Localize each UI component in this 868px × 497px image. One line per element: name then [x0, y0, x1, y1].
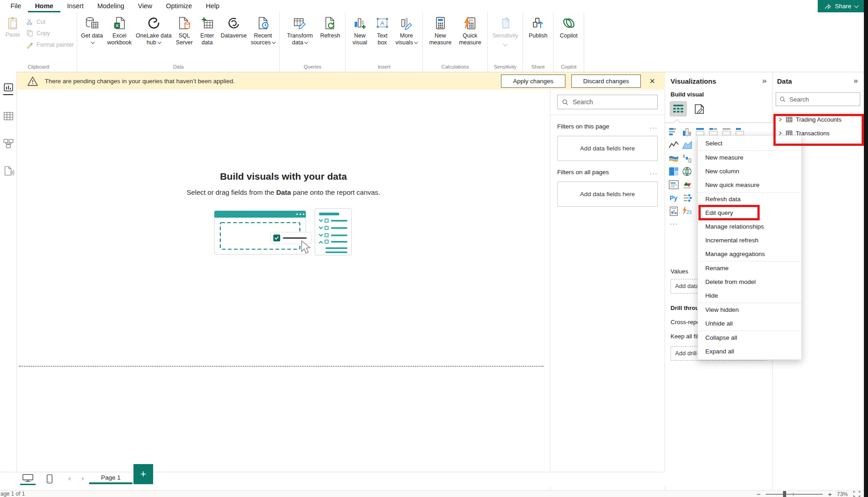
- filters-page-dropzone[interactable]: Add data fields here: [557, 136, 658, 161]
- dax-query-view-icon: [3, 166, 14, 176]
- menu-item-incremental-refresh[interactable]: Incremental refresh: [698, 234, 801, 247]
- apply-changes-button[interactable]: Apply changes: [501, 75, 565, 88]
- menu-home[interactable]: Home: [28, 0, 60, 12]
- column-chart-icon[interactable]: [682, 127, 693, 138]
- menu-insert[interactable]: Insert: [60, 0, 91, 12]
- ribbon-chart-icon[interactable]: [669, 153, 680, 164]
- menu-item-expand-all[interactable]: Expand all: [698, 345, 801, 358]
- zoom-slider[interactable]: [766, 494, 823, 495]
- cut-button[interactable]: Cut: [26, 17, 74, 27]
- menu-item-unhide-all[interactable]: Unhide all: [698, 317, 801, 331]
- menu-item-manage-aggregations[interactable]: Manage aggregations: [698, 247, 801, 261]
- share-button[interactable]: Share: [818, 0, 864, 12]
- report-view-active-indicator: [3, 94, 13, 95]
- close-banner-icon[interactable]: ×: [647, 76, 658, 86]
- filters-on-all-pages-label: Filters on all pages: [557, 169, 609, 176]
- refresh-button[interactable]: Refresh: [318, 14, 342, 39]
- annotation-box-edit-query: [698, 205, 760, 220]
- onelake-data-hub-button[interactable]: OneLake data hub: [135, 14, 172, 46]
- add-page-button[interactable]: +: [133, 464, 153, 484]
- mobile-layout-button[interactable]: [46, 474, 53, 484]
- menu-item-collapse-all[interactable]: Collapse all: [698, 331, 801, 345]
- menu-item-new-quick-measure[interactable]: New quick measure: [698, 178, 801, 192]
- filters-page-more-icon[interactable]: ...: [650, 123, 658, 130]
- data-search-input[interactable]: Search: [776, 92, 860, 106]
- new-visual-button[interactable]: New visual: [349, 14, 371, 46]
- sensitivity-chevron-icon: [503, 42, 507, 46]
- collapse-visualizations-icon[interactable]: »: [762, 76, 767, 86]
- q-and-a-icon[interactable]: 23: [682, 206, 693, 217]
- enter-data-label: Enter data: [197, 32, 218, 46]
- format-painter-button[interactable]: Format painter: [26, 40, 74, 49]
- menu-item-refresh-data[interactable]: Refresh data: [698, 192, 801, 206]
- model-view-button[interactable]: [0, 133, 16, 154]
- table-view-button[interactable]: [0, 106, 16, 127]
- publish-button[interactable]: Publish: [526, 14, 550, 39]
- menu-item-hide[interactable]: Hide: [698, 289, 801, 303]
- discard-changes-button[interactable]: Discard changes: [571, 75, 641, 88]
- sensitivity-button[interactable]: Sensitivity: [491, 14, 519, 46]
- filters-all-dropzone[interactable]: Add data fields here: [557, 182, 658, 207]
- copilot-button[interactable]: Copilot: [557, 14, 580, 39]
- text-box-label: Text box: [372, 32, 392, 46]
- new-measure-icon: [433, 16, 447, 30]
- menu-file[interactable]: File: [4, 0, 28, 12]
- zoom-in-button[interactable]: +: [828, 491, 832, 497]
- kpi-icon[interactable]: [682, 180, 693, 191]
- filters-search-input[interactable]: Search: [557, 95, 658, 109]
- sql-server-button[interactable]: SQL Server: [173, 14, 195, 46]
- zoom-out-button[interactable]: −: [756, 491, 761, 497]
- menu-help[interactable]: Help: [199, 0, 226, 12]
- ribbon-group-share: Publish Share: [523, 12, 554, 72]
- decomposition-tree-icon[interactable]: [682, 193, 693, 204]
- zoom-slider-handle[interactable]: [783, 491, 786, 497]
- paste-button[interactable]: Paste: [3, 14, 22, 38]
- transform-data-button[interactable]: Transform data: [283, 14, 317, 46]
- build-visual-tab[interactable]: [670, 101, 687, 117]
- more-visual-options-icon[interactable]: ···: [670, 219, 681, 230]
- menu-modeling[interactable]: Modeling: [91, 0, 131, 12]
- menu-item-rename[interactable]: Rename: [698, 262, 801, 275]
- multi-row-card-icon[interactable]: [669, 180, 680, 191]
- text-box-button[interactable]: A Text box: [372, 14, 392, 46]
- fit-to-page-button[interactable]: [853, 491, 861, 497]
- clipboard-group-label: Clipboard: [3, 62, 74, 72]
- report-view-button[interactable]: [0, 78, 16, 99]
- previous-page-icon[interactable]: [67, 476, 71, 481]
- map-icon[interactable]: [682, 166, 693, 177]
- new-measure-button[interactable]: New measure: [426, 14, 454, 46]
- more-visuals-button[interactable]: More visuals: [394, 14, 419, 46]
- menu-view[interactable]: View: [131, 0, 159, 12]
- menu-item-view-hidden[interactable]: View hidden: [698, 303, 801, 317]
- collapse-data-pane-icon[interactable]: »: [854, 76, 858, 86]
- next-page-icon[interactable]: [81, 476, 85, 481]
- get-data-button[interactable]: Get data: [80, 14, 103, 46]
- area-chart-icon[interactable]: [682, 140, 693, 151]
- menu-item-manage-relationships[interactable]: Manage relationships: [698, 220, 801, 234]
- menu-optimize[interactable]: Optimize: [159, 0, 199, 12]
- dataverse-button[interactable]: Dataverse: [219, 14, 248, 39]
- enter-data-button[interactable]: Enter data: [197, 14, 218, 46]
- desktop-layout-button[interactable]: [20, 474, 36, 485]
- menu-item-new-column[interactable]: New column: [698, 165, 801, 178]
- stacked-bar-chart-icon[interactable]: [669, 127, 680, 138]
- page-tab[interactable]: Page 1: [89, 472, 133, 484]
- line-chart-icon[interactable]: [669, 140, 680, 151]
- menu-item-new-measure[interactable]: New measure: [698, 151, 801, 165]
- recent-sources-button[interactable]: Recent sources: [250, 14, 276, 46]
- empty-state-title: Build visuals with your data: [17, 171, 550, 182]
- paginated-report-icon[interactable]: [669, 206, 680, 217]
- quick-measure-button[interactable]: Quick measure: [456, 14, 484, 46]
- filters-all-more-icon[interactable]: ...: [650, 169, 658, 176]
- excel-workbook-button[interactable]: X Excel workbook: [105, 14, 134, 46]
- copy-button[interactable]: Copy: [26, 28, 74, 38]
- ribbon: Paste Cut Copy Format painter: [0, 12, 864, 72]
- treemap-icon[interactable]: [669, 166, 680, 177]
- menu-item-delete-from-model[interactable]: Delete from model: [698, 275, 801, 289]
- dax-query-view-button[interactable]: [0, 160, 16, 182]
- report-canvas[interactable]: Build visuals with your data Select or d…: [17, 90, 550, 472]
- waterfall-chart-icon[interactable]: [682, 153, 693, 164]
- format-visual-tab[interactable]: [693, 103, 706, 115]
- new-visual-label: New visual: [349, 32, 371, 46]
- python-visual-icon[interactable]: Py: [669, 193, 680, 204]
